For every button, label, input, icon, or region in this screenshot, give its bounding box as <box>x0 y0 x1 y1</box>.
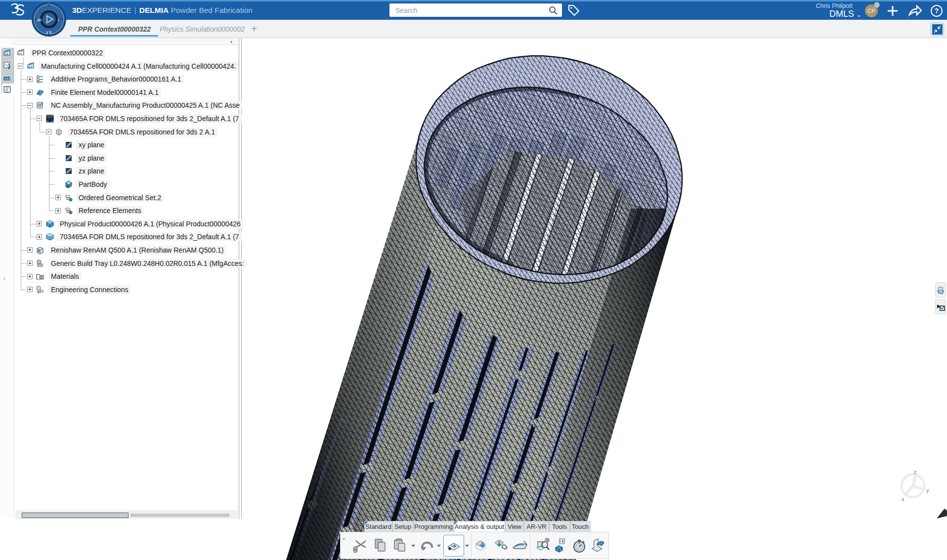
svg-text:?: ? <box>935 7 939 15</box>
svg-text:x: x <box>902 496 904 502</box>
svg-text:z: z <box>914 469 917 475</box>
svg-text:i: i <box>58 18 59 22</box>
svg-text:3D: 3D <box>37 18 42 22</box>
svg-text:y: y <box>926 487 929 493</box>
